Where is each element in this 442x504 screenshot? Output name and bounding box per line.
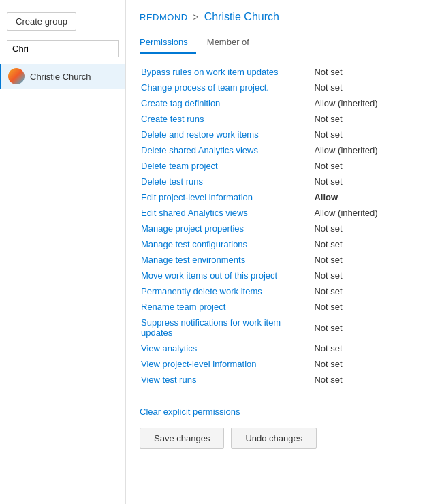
permission-name[interactable]: Bypass rules on work item updates: [140, 64, 313, 80]
avatar: [8, 68, 25, 84]
permission-status: Not set: [313, 299, 428, 315]
table-row: View project-level informationNot set: [140, 356, 428, 372]
save-changes-button[interactable]: Save changes: [140, 428, 224, 449]
permission-status: Not set: [313, 372, 428, 388]
clear-explicit-permissions-link[interactable]: Clear explicit permissions: [140, 407, 240, 417]
table-row: Rename team projectNot set: [140, 299, 428, 315]
table-row: Change process of team project.Not set: [140, 80, 428, 95]
breadcrumb: REDMOND > Christie Church: [140, 11, 428, 23]
table-row: Manage test environmentsNot set: [140, 252, 428, 268]
permission-status: Not set: [313, 283, 428, 299]
search-wrapper: [0, 40, 125, 64]
permission-name[interactable]: Manage test configurations: [140, 236, 313, 252]
table-row: Suppress notifications for work item upd…: [140, 315, 428, 341]
sidebar-user-item[interactable]: Christie Church: [0, 64, 125, 89]
permission-status: Not set: [313, 268, 428, 283]
permission-name[interactable]: Create tag definition: [140, 95, 313, 111]
search-input[interactable]: [7, 40, 119, 57]
permission-name[interactable]: View project-level information: [140, 356, 313, 372]
permission-status: Not set: [313, 356, 428, 372]
action-buttons: Save changes Undo changes: [140, 428, 428, 449]
permission-name[interactable]: Manage project properties: [140, 221, 313, 236]
permission-name[interactable]: Move work items out of this project: [140, 268, 313, 283]
permissions-table: Bypass rules on work item updatesNot set…: [140, 64, 428, 388]
table-row: Bypass rules on work item updatesNot set: [140, 64, 428, 80]
permission-name[interactable]: Delete team project: [140, 158, 313, 174]
permission-name[interactable]: Suppress notifications for work item upd…: [140, 315, 313, 341]
permission-name[interactable]: Manage test environments: [140, 252, 313, 268]
permission-name[interactable]: Edit shared Analytics views: [140, 205, 313, 221]
sidebar: Create group Christie Church: [0, 0, 126, 504]
create-group-button[interactable]: Create group: [7, 12, 76, 31]
table-row: Create tag definitionAllow (inherited): [140, 95, 428, 111]
tab-permissions[interactable]: Permissions: [140, 33, 196, 54]
tab-member-of[interactable]: Member of: [207, 33, 257, 54]
permission-name[interactable]: Delete and restore work items: [140, 127, 313, 142]
permission-status: Not set: [313, 341, 428, 356]
permission-status: Not set: [313, 236, 428, 252]
table-row: View analyticsNot set: [140, 341, 428, 356]
table-row: Delete team projectNot set: [140, 158, 428, 174]
permission-name[interactable]: Change process of team project.: [140, 80, 313, 95]
undo-changes-button[interactable]: Undo changes: [231, 428, 317, 449]
breadcrumb-name: Christie Church: [204, 11, 279, 22]
main-content: REDMOND > Christie Church Permissions Me…: [126, 0, 442, 504]
table-row: Manage test configurationsNot set: [140, 236, 428, 252]
permission-status: Not set: [313, 174, 428, 189]
breadcrumb-org: REDMOND: [140, 12, 188, 22]
tabs: Permissions Member of: [140, 33, 428, 54]
permission-status: Not set: [313, 64, 428, 80]
permission-status: Not set: [313, 158, 428, 174]
permission-status: Not set: [313, 252, 428, 268]
table-row: Create test runsNot set: [140, 111, 428, 127]
permission-name[interactable]: View analytics: [140, 341, 313, 356]
permission-name[interactable]: Delete test runs: [140, 174, 313, 189]
permission-name[interactable]: Permanently delete work items: [140, 283, 313, 299]
table-row: Edit project-level informationAllow: [140, 189, 428, 205]
permission-status: Not set: [313, 127, 428, 142]
permission-status: Not set: [313, 221, 428, 236]
permission-status: Allow: [313, 189, 428, 205]
table-row: View test runsNot set: [140, 372, 428, 388]
permission-name[interactable]: Create test runs: [140, 111, 313, 127]
table-row: Edit shared Analytics viewsAllow (inheri…: [140, 205, 428, 221]
table-row: Manage project propertiesNot set: [140, 221, 428, 236]
table-row: Permanently delete work itemsNot set: [140, 283, 428, 299]
permission-name[interactable]: Edit project-level information: [140, 189, 313, 205]
permission-status: Not set: [313, 111, 428, 127]
table-row: Delete and restore work itemsNot set: [140, 127, 428, 142]
table-row: Delete test runsNot set: [140, 174, 428, 189]
permission-name[interactable]: Delete shared Analytics views: [140, 142, 313, 158]
table-row: Delete shared Analytics viewsAllow (inhe…: [140, 142, 428, 158]
permission-status: Allow (inherited): [313, 142, 428, 158]
permission-status: Not set: [313, 80, 428, 95]
permission-status: Allow (inherited): [313, 95, 428, 111]
permission-name[interactable]: View test runs: [140, 372, 313, 388]
sidebar-user-label: Christie Church: [30, 72, 91, 82]
permission-name[interactable]: Rename team project: [140, 299, 313, 315]
permission-status: Not set: [313, 315, 428, 341]
table-row: Move work items out of this projectNot s…: [140, 268, 428, 283]
breadcrumb-separator: >: [193, 12, 199, 22]
permission-status: Allow (inherited): [313, 205, 428, 221]
